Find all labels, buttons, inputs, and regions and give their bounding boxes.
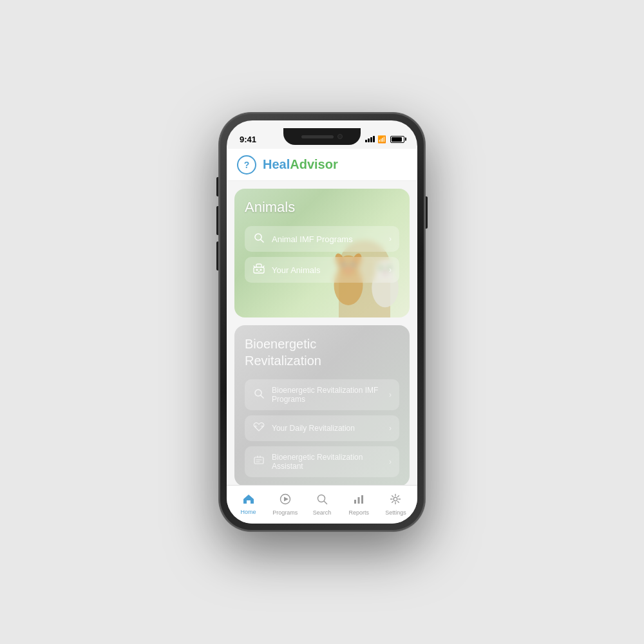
search-icon-animals <box>252 232 265 245</box>
search-icon-bio <box>252 388 265 401</box>
svg-point-17 <box>256 269 258 271</box>
phone-screen: 9:41 📶 <box>227 120 417 524</box>
svg-line-35 <box>325 502 327 504</box>
bio-assistant-arrow: › <box>389 457 392 466</box>
svg-point-18 <box>260 269 262 271</box>
svg-rect-38 <box>361 495 363 504</box>
daily-rev-arrow: › <box>389 424 392 433</box>
tab-settings[interactable]: Settings <box>377 491 414 518</box>
svg-rect-27 <box>254 457 263 464</box>
bio-assistant-label: Bioenergetic Revitalization Assistant <box>272 453 383 471</box>
svg-line-20 <box>263 266 264 267</box>
pet-icon-animals <box>252 263 265 276</box>
app-content[interactable]: Animals Animal IMF Programs › <box>227 181 417 485</box>
app-title-heal: Heal <box>263 157 290 171</box>
programs-label: Programs <box>272 509 298 516</box>
animals-title: Animals <box>245 199 399 216</box>
svg-point-39 <box>394 497 398 501</box>
bio-imf-arrow: › <box>389 390 392 399</box>
your-animals-arrow: › <box>389 265 392 274</box>
tab-search[interactable]: Search <box>303 491 340 518</box>
notch <box>283 128 361 145</box>
home-label: Home <box>241 509 256 515</box>
svg-rect-37 <box>358 497 360 504</box>
animals-card-content: Animals Animal IMF Programs › <box>234 189 410 293</box>
bio-assistant-menu-item[interactable]: Bioenergetic Revitalization Assistant › <box>245 446 399 477</box>
settings-icon <box>390 493 401 508</box>
svg-line-15 <box>261 240 263 242</box>
tab-reports[interactable]: Reports <box>341 491 377 518</box>
power-button <box>425 196 428 229</box>
tab-programs[interactable]: Programs <box>267 491 303 518</box>
wifi-icon: 📶 <box>377 135 386 144</box>
phone-frame: 9:41 📶 <box>219 113 425 531</box>
status-time: 9:41 <box>240 135 256 144</box>
svg-rect-36 <box>354 500 356 504</box>
daily-rev-menu-item[interactable]: Your Daily Revitalization › <box>245 415 399 441</box>
your-animals-label: Your Animals <box>272 265 383 275</box>
help-button[interactable]: ? <box>237 155 256 175</box>
home-icon <box>243 494 254 507</box>
svg-point-34 <box>318 495 325 502</box>
battery-icon <box>390 136 404 143</box>
svg-rect-16 <box>254 267 264 273</box>
notch-camera <box>337 134 343 139</box>
heart-icon-bio <box>252 422 265 435</box>
bio-card: BioenergeticRevitalization Bioenergetic … <box>234 325 410 485</box>
phone-wrapper: 9:41 📶 <box>219 113 425 531</box>
animal-imf-menu-item[interactable]: Animal IMF Programs › <box>245 226 399 252</box>
search-tab-icon <box>316 493 328 508</box>
daily-rev-label: Your Daily Revitalization <box>272 424 383 433</box>
bio-title: BioenergeticRevitalization <box>245 336 399 369</box>
svg-line-22 <box>261 395 263 398</box>
assistant-icon-bio <box>252 455 265 468</box>
status-icons: 📶 <box>365 135 404 144</box>
app-title-advisor: Advisor <box>290 157 337 171</box>
signal-icon <box>365 136 375 142</box>
animals-card: Animals Animal IMF Programs › <box>234 189 410 317</box>
search-label: Search <box>313 509 332 516</box>
app-header: ? HealAdvisor <box>227 149 417 181</box>
svg-marker-33 <box>284 497 289 502</box>
svg-line-19 <box>254 266 255 267</box>
reports-icon <box>353 493 365 508</box>
bio-card-content: BioenergeticRevitalization Bioenergetic … <box>234 325 410 485</box>
app-title: HealAdvisor <box>263 157 338 172</box>
reports-label: Reports <box>348 509 369 516</box>
settings-label: Settings <box>385 509 406 516</box>
page-background: 9:41 📶 <box>0 0 644 644</box>
your-animals-menu-item[interactable]: Your Animals › <box>245 257 399 283</box>
animal-imf-label: Animal IMF Programs <box>272 234 383 244</box>
notch-speaker <box>301 135 334 138</box>
programs-icon <box>279 493 291 508</box>
bio-imf-menu-item[interactable]: Bioenergetic Revitalization IMF Programs… <box>245 379 399 410</box>
animal-imf-arrow: › <box>389 234 392 243</box>
tab-home[interactable]: Home <box>230 491 267 518</box>
bio-imf-label: Bioenergetic Revitalization IMF Programs <box>272 386 383 404</box>
question-icon: ? <box>244 160 250 170</box>
tab-bar: Home Programs <box>227 485 417 524</box>
